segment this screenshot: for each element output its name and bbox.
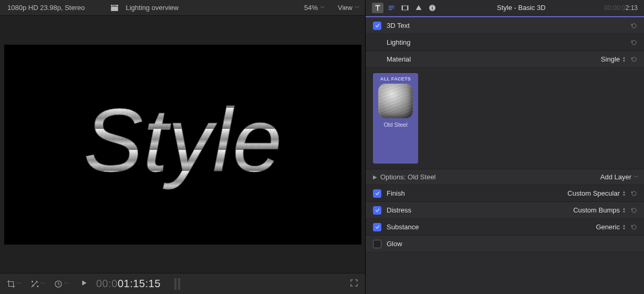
value-substance[interactable]: Generic ▴▾ [596, 223, 625, 231]
checkbox-finish[interactable] [373, 189, 381, 198]
svg-rect-17 [407, 6, 408, 10]
format-info: 1080p HD 23.98p, Stereo [7, 4, 85, 12]
tab-filter[interactable] [413, 3, 424, 13]
stepper-icon: ▴▾ [623, 190, 625, 197]
reset-substance[interactable] [629, 224, 639, 231]
checkbox-3d-text[interactable] [373, 22, 381, 30]
label-material: Material [387, 55, 411, 63]
value-material[interactable]: Single ▴▾ [601, 55, 625, 63]
chevron-down-icon: ﹀ [17, 280, 22, 287]
svg-rect-11 [377, 5, 378, 11]
preview-canvas[interactable]: Style [4, 45, 361, 245]
svg-marker-9 [82, 280, 87, 285]
tab-info[interactable] [427, 3, 438, 13]
viewer-header: 1080p HD 23.98p, Stereo Lighting overvie… [0, 0, 365, 16]
row-finish: Finish Custom Specular ▴▾ [366, 185, 644, 202]
audio-meter [174, 278, 180, 290]
clip-name[interactable]: Lighting overview [126, 4, 178, 12]
label-lighting: Lighting [387, 38, 411, 46]
svg-rect-14 [389, 9, 392, 9]
finish-value-text: Custom Specular [567, 189, 620, 197]
label-distress: Distress [387, 206, 411, 214]
value-finish[interactable]: Custom Specular ▴▾ [567, 189, 625, 197]
stepper-icon: ▴▾ [623, 224, 625, 230]
zoom-dropdown[interactable]: 54% ﹀ [304, 4, 325, 12]
checkbox-distress[interactable] [373, 206, 381, 215]
enhance-tool[interactable]: ﹀ [30, 279, 45, 289]
timecode-display[interactable]: 00:001:15:15 [96, 278, 161, 290]
chevron-down-icon: ﹀ [633, 174, 639, 181]
facet-header: ALL FACETS [380, 76, 411, 82]
inspector-body: 3D Text Lighting Material Single ▴▾ [366, 17, 644, 294]
chevron-down-icon: ﹀ [64, 280, 69, 287]
reset-distress[interactable] [629, 207, 639, 214]
tab-text[interactable] [372, 3, 383, 13]
insp-tc-dim: 00:00:0 [605, 4, 626, 12]
row-options[interactable]: ▶ Options: Old Steel Add Layer ﹀ [366, 169, 644, 185]
fullscreen-button[interactable] [349, 278, 359, 290]
row-3d-text: 3D Text [366, 17, 644, 34]
row-lighting[interactable]: Lighting [366, 34, 644, 51]
value-distress[interactable]: Custom Bumps ▴▾ [573, 206, 625, 214]
insp-tc-lit: 2:13 [626, 4, 638, 12]
timecode-lit: 01:15:15 [118, 278, 161, 289]
view-dropdown[interactable]: View ﹀ [338, 4, 360, 12]
canvas-wrap: Style [0, 16, 365, 273]
svg-rect-20 [432, 7, 432, 9]
retime-tool[interactable]: ﹀ [54, 279, 69, 289]
timecode-dim: 00:0 [96, 278, 118, 289]
material-value-text: Single [601, 55, 620, 63]
inspector-pane: Style - Basic 3D 00:00:02:13 3D Text Lig… [365, 0, 644, 294]
inspector-timecode: 00:00:02:13 [605, 4, 638, 12]
add-layer-label: Add Layer [600, 173, 631, 181]
svg-rect-21 [432, 6, 432, 6]
svg-point-6 [32, 281, 33, 282]
svg-point-7 [37, 286, 38, 287]
reset-lighting[interactable] [629, 39, 639, 46]
label-3d-text: 3D Text [387, 22, 410, 29]
label-glow: Glow [387, 240, 402, 248]
chevron-down-icon: ﹀ [40, 280, 45, 287]
checkbox-substance[interactable] [373, 223, 381, 231]
tab-video[interactable] [399, 3, 411, 13]
stepper-icon: ▴▾ [623, 207, 625, 214]
inspector-tabs [372, 3, 438, 13]
svg-rect-12 [389, 6, 394, 6]
options-label: Options: Old Steel [380, 173, 436, 181]
preview-word: Style [84, 90, 282, 190]
label-finish: Finish [387, 189, 405, 197]
facet-card-all[interactable]: ALL FACETS Old Steel [373, 73, 418, 164]
material-preview-icon [378, 84, 413, 118]
reset-finish[interactable] [629, 190, 639, 197]
material-bay: ALL FACETS Old Steel [366, 68, 644, 169]
reset-3d-text[interactable] [629, 22, 639, 29]
row-distress: Distress Custom Bumps ▴▾ [366, 202, 644, 219]
svg-rect-0 [111, 6, 119, 11]
play-button[interactable] [80, 279, 88, 289]
zoom-value: 54% [304, 4, 318, 12]
reset-material[interactable] [629, 56, 639, 63]
checkbox-glow[interactable] [373, 240, 381, 248]
view-label: View [338, 4, 352, 12]
label-substance: Substance [387, 223, 419, 231]
disclosure-triangle-icon[interactable]: ▶ [373, 174, 377, 180]
chevron-down-icon: ﹀ [355, 4, 360, 12]
distress-value-text: Custom Bumps [573, 206, 620, 214]
svg-rect-13 [389, 7, 394, 8]
facet-name: Old Steel [383, 121, 407, 128]
svg-rect-16 [402, 6, 403, 10]
clapperboard-icon [109, 3, 120, 13]
crop-tool[interactable]: ﹀ [6, 279, 22, 289]
chevron-down-icon: ﹀ [320, 4, 325, 12]
inspector-title: Style - Basic 3D [440, 4, 603, 12]
inspector-header: Style - Basic 3D 00:00:02:13 [366, 0, 644, 16]
svg-marker-18 [416, 5, 422, 9]
add-layer-dropdown[interactable]: Add Layer ﹀ [600, 173, 639, 181]
row-substance: Substance Generic ▴▾ [366, 219, 644, 236]
viewer-pane: 1080p HD 23.98p, Stereo Lighting overvie… [0, 0, 365, 294]
substance-value-text: Generic [596, 223, 620, 231]
row-glow: Glow [366, 236, 644, 252]
preview-text-graphic: Style [62, 66, 304, 224]
tab-format[interactable] [386, 3, 397, 13]
row-material[interactable]: Material Single ▴▾ [366, 51, 644, 68]
